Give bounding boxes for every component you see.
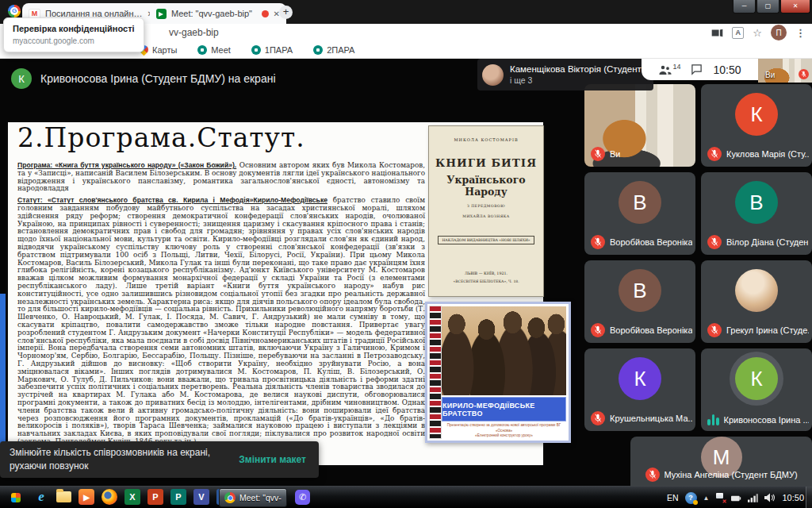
- slide-caption: Презентацію створено за допомогою нової …: [442, 423, 566, 439]
- book-cover-image: МИКОЛА КОСТОМАРІВ КНИГИ БИТІЯ Українсько…: [428, 125, 544, 297]
- google-favicon-icon[interactable]: G: [8, 5, 21, 17]
- active-window-button[interactable]: Meet: "qvv-gae...: [219, 488, 287, 507]
- show-desktop-button[interactable]: [806, 487, 812, 508]
- popup-domain: myaccount.google.com: [13, 37, 135, 45]
- bookmark-2para[interactable]: 2ПАРА: [313, 45, 354, 55]
- book-subtitle-1: З ПЕРЕДМОВОЮ: [429, 204, 543, 208]
- tray-expand-icon[interactable]: ▲: [703, 495, 710, 502]
- volume-icon[interactable]: [764, 493, 776, 502]
- brotherhood-photo: [442, 306, 566, 395]
- overlay-participant-name: Каменщікова Вікторія (Студент БД...: [510, 64, 645, 74]
- toast-text: Змінюйте кількість співрозмовників на ек…: [0, 446, 239, 473]
- tile-participant-speaking[interactable]: К Кривоносова Ірина ...: [701, 348, 812, 431]
- avatar: К: [735, 93, 778, 136]
- participant-name: Крушельницька Ма...: [610, 414, 692, 423]
- tile-participant[interactable]: К Крушельницька Ма...: [584, 348, 695, 431]
- mic-muted-icon: [707, 323, 722, 337]
- tile-participant[interactable]: В Вілор Діана (Студен...: [701, 172, 812, 255]
- language-indicator[interactable]: EN: [667, 493, 679, 502]
- book-title-2: Українського Народу: [429, 174, 543, 198]
- screen: G M Посилання на онлайн заняття 1 ✕ Meet…: [0, 0, 812, 508]
- meet-page: К Кривоносова Ірина (Студент БДМУ) на ек…: [0, 59, 812, 486]
- minimize-button[interactable]: ─: [733, 0, 756, 13]
- avatar: В: [619, 269, 661, 312]
- tab-label: Meet: "qvv-gaeb-bip": [171, 9, 257, 18]
- participants-button[interactable]: 14: [658, 64, 680, 75]
- firefox-icon[interactable]: [102, 489, 117, 505]
- tile-participant[interactable]: М Мухіна Ангеліна (Студент БДМУ): [630, 437, 812, 486]
- layout-toast: Змінюйте кількість співрозмовників на ек…: [0, 441, 319, 478]
- bookmark-maps[interactable]: Карты: [140, 45, 177, 55]
- camera-in-use-icon[interactable]: [711, 29, 723, 37]
- change-layout-button[interactable]: Змінити макет: [239, 454, 306, 465]
- presenter-avatar: К: [11, 68, 32, 89]
- audio-level-icon: [707, 414, 719, 425]
- self-view-thumbnail[interactable]: Ви: [758, 59, 812, 83]
- tile-participant[interactable]: В Воробйова Вероніка...: [584, 172, 695, 255]
- book-title-1: КНИГИ БИТІЯ: [429, 156, 543, 169]
- bookmark-1para[interactable]: 1ПАРА: [251, 45, 293, 55]
- popup-title: Перевірка конфіденційності: [13, 24, 135, 33]
- participant-name: Кривоносова Ірина ...: [724, 415, 810, 425]
- embroidery-ornament: [429, 306, 442, 439]
- start-button[interactable]: [6, 487, 25, 507]
- help-tray-icon[interactable]: ?: [685, 492, 697, 504]
- participant-count: 14: [672, 63, 680, 71]
- participants-overlay[interactable]: Каменщікова Вікторія (Студент БД... і ще…: [477, 59, 653, 90]
- tile-participant[interactable]: В Воробйова Вероніка...: [584, 260, 695, 343]
- close-window-button[interactable]: ✕: [780, 0, 810, 13]
- shared-screen-document: 2.Програма.Статут. Програма: «Книга бутт…: [8, 122, 543, 465]
- document-title: 2.Програма.Статут.: [17, 122, 305, 153]
- participant-name: Мухіна Ангеліна (Студент БДМУ): [664, 470, 797, 479]
- file-explorer-icon[interactable]: [56, 491, 71, 502]
- windows-logo-icon: [11, 493, 21, 502]
- profile-avatar[interactable]: П: [771, 25, 787, 40]
- action-center-flag-icon[interactable]: [715, 493, 725, 503]
- statut-lead: Статут: «Статут слов'янського братства с…: [17, 196, 327, 204]
- tile-participant[interactable]: К Куклова Марія (Сту...: [701, 84, 812, 167]
- visio-icon[interactable]: V: [193, 489, 209, 505]
- translate-icon[interactable]: A: [732, 27, 744, 39]
- brotherhood-slide-image: КИРИЛО-МЕФОДІЇВСЬКЕ БРАТСТВО Презентацію…: [425, 302, 571, 443]
- chrome-icon: [224, 492, 236, 503]
- participant-name: Воробйова Вероніка...: [610, 325, 692, 335]
- window-controls: ─ ▢ ✕: [732, 0, 810, 13]
- bookmark-meet[interactable]: Meet: [197, 45, 230, 55]
- viber-icon[interactable]: ✆: [295, 490, 310, 505]
- menu-dots-icon[interactable]: ⋮: [795, 27, 806, 39]
- new-tab-button[interactable]: +: [279, 6, 293, 19]
- url-text[interactable]: vv-gaeb-bip: [169, 27, 219, 38]
- participant-name: Вілор Діана (Студен...: [726, 237, 809, 247]
- publisher-icon[interactable]: P: [170, 489, 186, 505]
- book-series-line: «ВСЕСВІТНЯ БІБЛІОТЕКА», Ч. 18.: [429, 279, 543, 283]
- participant-name: Грекул Ірина (Студе...: [726, 325, 809, 335]
- book-author: МИКОЛА КОСТОМАРІВ: [429, 137, 543, 142]
- network-signal-icon[interactable]: [748, 494, 758, 502]
- presenting-banner: К Кривоносова Ірина (Студент БДМУ) на ек…: [0, 67, 276, 90]
- privacy-check-popup[interactable]: Перевірка конфіденційності myaccount.goo…: [3, 17, 144, 52]
- chat-icon[interactable]: [691, 64, 703, 75]
- participant-name: Куклова Марія (Сту...: [726, 149, 809, 159]
- tile-participant[interactable]: Грекул Ірина (Студе...: [701, 260, 812, 343]
- battery-icon[interactable]: [731, 494, 741, 502]
- mic-muted-icon: [707, 147, 722, 161]
- meet-bookmark-icon: [251, 45, 261, 55]
- avatar: К: [619, 357, 661, 400]
- mic-muted-icon: [591, 323, 605, 337]
- internet-explorer-icon[interactable]: e: [33, 489, 49, 505]
- excel-icon[interactable]: X: [124, 489, 140, 505]
- tray-clock[interactable]: 10:50: [782, 493, 804, 502]
- powerpoint-icon[interactable]: P: [147, 489, 163, 505]
- avatar: В: [735, 181, 778, 224]
- people-icon: [658, 64, 672, 75]
- tile-self-video[interactable]: Ви: [584, 84, 695, 167]
- mic-muted-icon: [591, 235, 605, 249]
- bookmark-star-icon[interactable]: ☆: [753, 27, 762, 39]
- meeting-time: 10:50: [713, 64, 741, 76]
- presenting-banner-text: Кривоносова Ірина (Студент БДМУ) на екра…: [40, 72, 276, 85]
- meet-bookmark-icon: [197, 45, 207, 55]
- media-player-icon[interactable]: ▶: [79, 489, 94, 505]
- maximize-button[interactable]: ▢: [756, 0, 779, 13]
- active-window-label: Meet: "qvv-gae...: [239, 493, 282, 502]
- tab-meet[interactable]: Meet: "qvv-gaeb-bip" ✕: [150, 3, 286, 24]
